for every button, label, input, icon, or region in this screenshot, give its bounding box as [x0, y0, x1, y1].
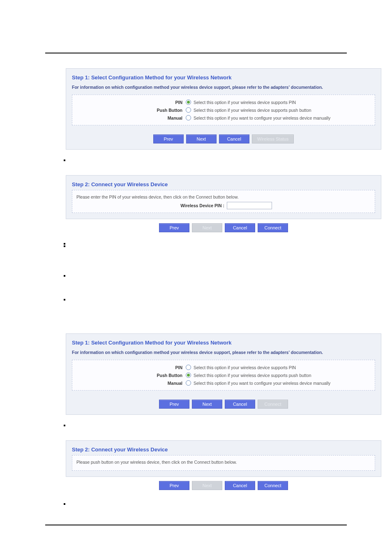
cancel-button[interactable]: Cancel — [225, 223, 255, 232]
step2-push-buttons: Prev Next Cancel Connect — [66, 477, 381, 493]
option-pin-label: PIN — [76, 100, 186, 105]
option-push-label-b: Push Button — [76, 373, 186, 378]
option-pin-text-b: Select this option if your wireless devi… — [191, 365, 296, 370]
next-button-disabled: Next — [192, 223, 222, 232]
list-bullet — [64, 243, 65, 245]
step1-panel-pin: Step 1: Select Configuration Method for … — [66, 68, 381, 150]
step2-pin-panel: Step 2: Connect your Wireless Device Ple… — [66, 175, 381, 219]
connect-button[interactable]: Connect — [258, 481, 288, 490]
option-manual-text-b: Select this option if you want to config… — [191, 381, 330, 386]
pin-input[interactable] — [227, 202, 272, 209]
option-manual-radio-b[interactable] — [186, 380, 191, 386]
step1-options-box-b: PIN Select this option if your wireless … — [72, 360, 375, 391]
option-push-radio-b[interactable] — [186, 372, 191, 378]
step1-buttons-b: Prev Next Cancel Connect — [66, 396, 381, 414]
option-pin-radio-b[interactable] — [186, 365, 191, 370]
list-bullet — [64, 275, 65, 277]
prev-button[interactable]: Prev — [159, 223, 189, 232]
list-bullet — [64, 503, 65, 505]
step2-pin-note: Please enter the PIN of your wireless de… — [76, 194, 371, 202]
option-manual-radio[interactable] — [186, 115, 191, 120]
step2-pin-box: Please enter the PIN of your wireless de… — [72, 190, 375, 213]
step1-title-b: Step 1: Select Configuration Method for … — [66, 334, 381, 348]
step2-push-note: Please push button on your wireless devi… — [76, 459, 371, 467]
connect-button-disabled: Connect — [258, 400, 288, 409]
cancel-button[interactable]: Cancel — [219, 134, 249, 143]
next-button[interactable]: Next — [192, 400, 222, 409]
prev-button[interactable]: Prev — [159, 400, 189, 409]
list-bullet — [64, 160, 65, 161]
option-push-label: Push Button — [76, 108, 186, 113]
wireless-status-button: Wireless Status — [252, 134, 294, 143]
option-pin-radio[interactable] — [186, 99, 191, 105]
step2-push-box: Please push button on your wireless devi… — [72, 455, 375, 471]
step1-buttons: Prev Next Cancel Wireless Status — [66, 131, 381, 149]
prev-button[interactable]: Prev — [153, 134, 184, 143]
option-push-text: Select this option if your wireless devi… — [191, 108, 311, 113]
step2-push-title: Step 2: Connect your Wireless Device — [66, 441, 381, 455]
option-push-text-b: Select this option if your wireless devi… — [191, 373, 311, 378]
cancel-button[interactable]: Cancel — [225, 481, 255, 490]
option-pin-text: Select this option if your wireless devi… — [191, 100, 296, 105]
step1-subtitle-b: For information on which configuration m… — [66, 348, 381, 360]
next-button-disabled: Next — [192, 481, 222, 490]
step2-push-panel: Step 2: Connect your Wireless Device Ple… — [66, 440, 381, 477]
connect-button[interactable]: Connect — [258, 223, 288, 232]
step1-options-box: PIN Select this option if your wireless … — [72, 95, 375, 125]
step1-panel-push: Step 1: Select Configuration Method for … — [66, 333, 381, 415]
list-bullet — [64, 245, 65, 247]
option-push-radio[interactable] — [186, 107, 191, 113]
step1-title: Step 1: Select Configuration Method for … — [66, 69, 381, 83]
cancel-button[interactable]: Cancel — [225, 400, 255, 409]
option-manual-label: Manual — [76, 116, 186, 120]
list-bullet — [64, 425, 65, 426]
prev-button[interactable]: Prev — [159, 481, 189, 490]
pin-label: Wireless Device PIN : — [76, 203, 227, 208]
step2-pin-buttons: Prev Next Cancel Connect — [66, 219, 381, 236]
option-manual-text: Select this option if you want to config… — [191, 116, 330, 120]
next-button[interactable]: Next — [186, 134, 217, 143]
option-pin-label-b: PIN — [76, 365, 186, 370]
option-manual-label-b: Manual — [76, 381, 186, 386]
step1-subtitle: For information on which configuration m… — [66, 83, 381, 95]
step2-pin-title: Step 2: Connect your Wireless Device — [66, 176, 381, 190]
list-bullet — [64, 299, 65, 301]
